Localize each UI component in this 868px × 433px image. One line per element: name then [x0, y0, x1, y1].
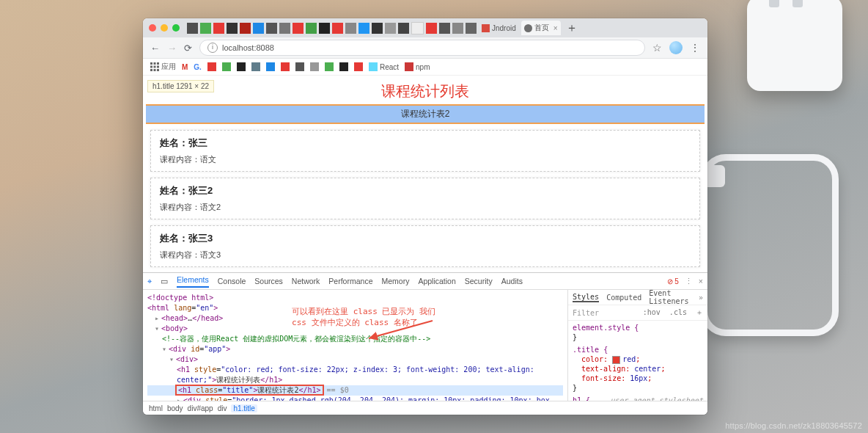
menu-icon[interactable]: ⋮ [690, 42, 700, 54]
tab-security[interactable]: Security [465, 277, 493, 285]
svg-rect-3 [150, 66, 152, 68]
fullscreen-window-button[interactable] [172, 24, 180, 32]
tab-memory[interactable]: Memory [381, 277, 409, 285]
back-button[interactable]: ← [150, 43, 160, 54]
bookmark-item[interactable] [281, 62, 290, 71]
browser-tab[interactable] [332, 23, 343, 34]
add-rule-icon[interactable]: ＋ [696, 308, 703, 316]
hov-toggle[interactable]: :hov [643, 308, 661, 316]
browser-tab[interactable] [345, 23, 356, 34]
card-name: 姓名：张三 [160, 137, 691, 150]
browser-tab-active[interactable]: 首页 × [521, 21, 561, 35]
window-controls [149, 24, 180, 32]
apps-icon [150, 62, 159, 71]
bookmark-icon [266, 62, 275, 71]
bookmark-item[interactable] [207, 62, 216, 71]
styles-tabs: Styles Computed Event Listeners » [568, 290, 707, 305]
bookmark-star-icon[interactable]: ☆ [652, 42, 662, 54]
browser-tab[interactable] [411, 22, 424, 34]
styles-filter-row: Filter :hov .cls ＋ [568, 305, 707, 321]
profile-avatar[interactable] [669, 41, 683, 54]
inspect-icon[interactable]: ⌖ [147, 277, 152, 286]
bookmark-react[interactable]: React [369, 62, 399, 71]
device-icon[interactable]: ▭ [161, 277, 168, 285]
browser-tab[interactable] [452, 23, 463, 34]
page-subtitle-highlighted: 课程统计表2 [146, 104, 705, 124]
tab-audits[interactable]: Audits [501, 277, 523, 285]
browser-tab[interactable] [253, 23, 264, 34]
browser-tab[interactable] [319, 23, 330, 34]
tab-styles[interactable]: Styles [573, 293, 599, 302]
card-name: 姓名：张三2 [160, 184, 691, 197]
bookmark-npm[interactable]: npm [405, 62, 430, 71]
browser-tab[interactable] [200, 23, 211, 34]
browser-tab[interactable] [187, 23, 198, 34]
tab-elements[interactable]: Elements [177, 275, 209, 288]
tab-console[interactable]: Console [218, 277, 246, 285]
cls-toggle[interactable]: .cls [669, 308, 687, 316]
browser-tab[interactable] [213, 23, 224, 34]
apps-button[interactable]: 应用 [150, 62, 176, 72]
page-title: 课程统计列表 [143, 81, 707, 101]
browser-tab[interactable] [240, 23, 251, 34]
browser-tab[interactable] [279, 23, 290, 34]
more-tabs-icon[interactable]: » [699, 294, 703, 302]
bookmark-item[interactable] [310, 62, 319, 71]
tab-network[interactable]: Network [292, 277, 320, 285]
bookmark-item[interactable] [339, 62, 348, 71]
close-window-button[interactable] [149, 24, 156, 32]
browser-tab[interactable] [293, 23, 304, 34]
tab-label: Jndroid [492, 24, 516, 32]
bookmark-icon [251, 62, 260, 71]
card-name: 姓名：张三3 [160, 232, 691, 245]
close-tab-icon[interactable]: × [553, 24, 558, 32]
svg-rect-8 [157, 69, 159, 71]
bookmark-item[interactable] [222, 62, 231, 71]
browser-tab[interactable] [266, 23, 277, 34]
styles-filter-input[interactable]: Filter [573, 309, 599, 317]
tab-application[interactable]: Application [418, 277, 455, 285]
styles-pane: Styles Computed Event Listeners » Filter… [567, 290, 707, 401]
bookmark-item[interactable] [266, 62, 275, 71]
wallpaper-charger [747, 0, 842, 91]
browser-tab[interactable] [358, 23, 369, 34]
bookmark-item[interactable] [251, 62, 260, 71]
elements-breadcrumb[interactable]: html body div#app div h1.title [143, 401, 707, 415]
browser-tab[interactable] [372, 23, 383, 34]
tab-event-listeners[interactable]: Event Listeners [649, 289, 691, 305]
styles-rules[interactable]: element.style { } .title { color: red; t… [568, 321, 707, 401]
error-count-badge[interactable]: ⊘ 5 [667, 277, 679, 285]
elements-tree[interactable]: 可以看到在这里 class 已显示为 我们 css 文件中定义的 class 名… [143, 290, 567, 401]
url-input[interactable]: i localhost:8088 [199, 40, 645, 56]
devtools-close-icon[interactable]: × [699, 277, 703, 285]
site-info-icon[interactable]: i [207, 43, 218, 53]
bookmark-icon [339, 62, 348, 71]
svg-rect-0 [150, 62, 152, 65]
browser-tab-jndroid[interactable]: Jndroid [479, 21, 519, 35]
tab-computed[interactable]: Computed [606, 294, 641, 302]
browser-tab[interactable] [398, 23, 409, 34]
new-tab-button[interactable]: ＋ [566, 21, 578, 36]
page-viewport: h1.title 1291 × 22 课程统计列表 课程统计表2 姓名：张三 课… [143, 76, 707, 272]
reload-button[interactable]: ⟳ [184, 43, 192, 54]
bookmark-item[interactable]: G. [194, 63, 202, 71]
bookmark-item[interactable] [354, 62, 363, 71]
bookmark-item[interactable] [295, 62, 304, 71]
tab-sources[interactable]: Sources [254, 277, 283, 285]
tab-performance[interactable]: Performance [328, 277, 372, 285]
browser-tab[interactable] [306, 23, 317, 34]
bookmark-item[interactable] [237, 62, 246, 71]
browser-tab[interactable] [426, 23, 437, 34]
url-text: localhost:8088 [222, 43, 274, 52]
bookmark-item[interactable]: M [182, 63, 188, 71]
bookmark-icon [281, 62, 290, 71]
minimize-window-button[interactable] [161, 24, 168, 32]
bookmark-item[interactable] [325, 62, 334, 71]
browser-tab[interactable] [227, 23, 238, 34]
forward-button[interactable]: → [167, 43, 177, 54]
card: 姓名：张三 课程内容：语文 [150, 130, 700, 172]
browser-tab[interactable] [385, 23, 396, 34]
browser-tab[interactable] [466, 23, 477, 34]
browser-tab[interactable] [439, 23, 450, 34]
devtools-settings-icon[interactable]: ⋮ [685, 277, 693, 285]
